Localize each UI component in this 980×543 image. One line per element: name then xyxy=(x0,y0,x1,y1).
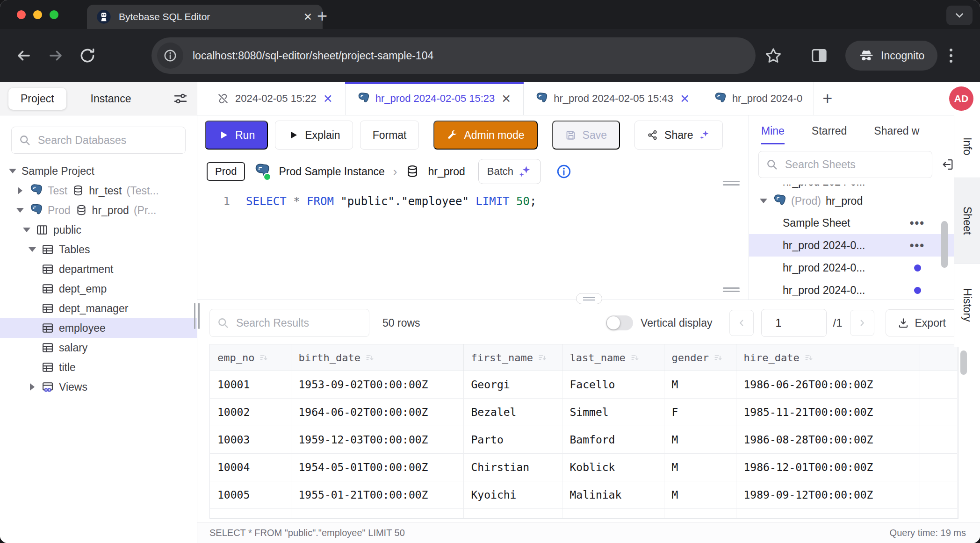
table-row[interactable]: 100051955-01-21T00:00:00ZKyoichiMaliniak… xyxy=(210,481,957,509)
tab-mine[interactable]: Mine xyxy=(761,125,785,144)
new-worksheet-button[interactable]: + xyxy=(814,82,841,115)
table-cell[interactable]: Koblick xyxy=(562,454,664,481)
next-page-button[interactable] xyxy=(850,310,874,336)
table-cell[interactable]: 10006 xyxy=(210,509,291,519)
table-cell[interactable]: 1955-01-21T00:00:00Z xyxy=(291,481,463,509)
tree-item-employee[interactable]: employee xyxy=(0,318,197,338)
sort-icon[interactable] xyxy=(713,353,723,363)
tree-item-tables[interactable]: Tables xyxy=(0,240,197,259)
chevron-down-icon[interactable] xyxy=(8,165,17,177)
editor-scrollbar-top[interactable] xyxy=(723,179,740,187)
batch-button[interactable]: Batch xyxy=(478,159,541,184)
results-search-box[interactable] xyxy=(209,309,369,337)
sort-icon[interactable] xyxy=(365,353,375,363)
worksheet-tab[interactable]: hr_prod 2024-02-05 15:43✕ xyxy=(524,82,702,115)
table-cell[interactable]: M xyxy=(664,371,736,399)
sheet-item[interactable]: Sample Sheet••• xyxy=(749,212,955,234)
avatar[interactable]: AD xyxy=(949,86,973,111)
table-row[interactable]: 100031959-12-03T00:00:00ZPartoBamfordM19… xyxy=(210,426,957,454)
table-cell[interactable]: 10003 xyxy=(210,426,291,454)
tab-search-button[interactable] xyxy=(946,6,973,25)
browser-tab[interactable]: Bytebase SQL Editor ✕ xyxy=(87,5,323,29)
tree-item-public[interactable]: public xyxy=(0,220,197,240)
table-cell[interactable]: 1959-12-03T00:00:00Z xyxy=(291,426,463,454)
table-cell[interactable]: 1953-04-20T00:00:00Z xyxy=(291,509,463,519)
instance-name[interactable]: Prod Sample Instance xyxy=(279,165,384,178)
table-cell[interactable]: 1989-09-12T00:00:00Z xyxy=(736,481,920,509)
tree-item-dept-emp[interactable]: dept_emp xyxy=(0,279,197,299)
sort-icon[interactable] xyxy=(259,353,268,363)
column-header-birth_date[interactable]: birth_date xyxy=(291,344,463,371)
page-number-box[interactable] xyxy=(761,309,827,337)
run-button[interactable]: Run xyxy=(205,121,268,150)
sheet-search-input[interactable] xyxy=(784,158,925,171)
table-cell[interactable]: 1964-06-02T00:00:00Z xyxy=(291,399,463,426)
chevron-right-icon[interactable] xyxy=(28,383,36,391)
tree-item-views[interactable]: Views xyxy=(0,377,197,397)
site-info-icon[interactable] xyxy=(157,43,183,69)
sheet-item-menu-icon[interactable]: ••• xyxy=(910,239,925,252)
save-button[interactable]: Save xyxy=(552,121,620,150)
url-bar[interactable]: localhost:8080/sql-editor/sheet/project-… xyxy=(151,37,756,74)
table-cell[interactable]: Parto xyxy=(463,426,562,454)
column-header-gender[interactable]: gender xyxy=(664,344,736,371)
new-tab-button[interactable]: + xyxy=(317,7,327,25)
tab-shared-with-me[interactable]: Shared w xyxy=(874,125,919,144)
sheet-item[interactable]: hr_prod 2024-0...••• xyxy=(749,234,955,257)
chevron-right-icon[interactable] xyxy=(16,187,24,194)
column-header-first_name[interactable]: first_name xyxy=(463,344,562,371)
filter-sliders-icon[interactable] xyxy=(173,91,188,107)
table-cell[interactable]: 1985-11-21T00:00:00Z xyxy=(736,399,920,426)
table-cell[interactable]: M xyxy=(664,426,736,454)
sheet-item[interactable]: hr_prod 2024-0... xyxy=(749,279,955,300)
editor-scrollbar-bottom[interactable] xyxy=(723,286,740,293)
database-search-box[interactable] xyxy=(11,127,186,154)
bookmark-star-icon[interactable] xyxy=(764,46,783,65)
chevron-down-icon[interactable] xyxy=(16,204,24,216)
table-cell[interactable]: Simmel xyxy=(562,399,664,426)
sidebar-resize-handle[interactable] xyxy=(194,303,200,329)
previous-page-button[interactable] xyxy=(729,310,754,336)
info-circle-icon[interactable] xyxy=(556,164,572,179)
column-header-hire_date[interactable]: hire_date xyxy=(736,344,920,371)
table-cell[interactable]: Preusig xyxy=(562,509,664,519)
table-cell[interactable]: M xyxy=(664,454,736,481)
sort-icon[interactable] xyxy=(804,353,814,363)
sheet-group[interactable]: (Prod)hr_prod xyxy=(749,190,955,212)
close-tab-icon[interactable]: ✕ xyxy=(500,92,512,106)
table-cell[interactable]: 10004 xyxy=(210,454,291,481)
tree-item-hr-test[interactable]: Testhr_test(Test... xyxy=(0,181,197,200)
table-cell[interactable]: Facello xyxy=(562,371,664,399)
table-cell[interactable]: 1953-09-02T00:00:00Z xyxy=(291,371,463,399)
tree-item-hr-prod[interactable]: Prodhr_prod(Pr... xyxy=(0,200,197,220)
admin-mode-button[interactable]: Admin mode xyxy=(433,121,537,150)
tree-item-department[interactable]: department xyxy=(0,259,197,279)
table-cell[interactable]: Kyoichi xyxy=(463,481,562,509)
table-cell[interactable]: Georgi xyxy=(463,371,562,399)
sheet-list-scrollbar[interactable] xyxy=(941,221,948,268)
table-row[interactable]: 100041954-05-01T00:00:00ZChirstianKoblic… xyxy=(210,454,957,481)
close-window-button[interactable] xyxy=(17,10,26,19)
rail-tab-info[interactable]: Info xyxy=(954,115,980,178)
vertical-display-toggle[interactable] xyxy=(606,315,633,330)
collapse-panel-icon[interactable] xyxy=(941,157,955,172)
table-cell[interactable]: 1989-06-02T00:00:00Z xyxy=(736,509,920,519)
table-cell[interactable]: Bamford xyxy=(562,426,664,454)
share-button[interactable]: Share xyxy=(634,121,723,150)
reload-button[interactable] xyxy=(79,47,96,64)
table-cell[interactable]: 1986-12-01T00:00:00Z xyxy=(736,454,920,481)
results-scrollbar[interactable] xyxy=(960,350,967,375)
table-cell[interactable]: 1986-08-28T00:00:00Z xyxy=(736,426,920,454)
back-button[interactable] xyxy=(15,47,33,64)
table-cell[interactable]: F xyxy=(664,509,736,519)
table-row[interactable]: 100021964-06-02T00:00:00ZBezalelSimmelF1… xyxy=(210,399,957,426)
minimize-window-button[interactable] xyxy=(33,10,42,19)
browser-tab-close-icon[interactable]: ✕ xyxy=(302,11,314,23)
tree-item-salary[interactable]: salary xyxy=(0,338,197,357)
table-cell[interactable]: 1986-06-26T00:00:00Z xyxy=(736,371,920,399)
tab-instance[interactable]: Instance xyxy=(79,88,144,110)
table-cell[interactable]: Anneke xyxy=(463,509,562,519)
close-tab-icon[interactable]: ✕ xyxy=(679,92,691,106)
table-cell[interactable]: Bezalel xyxy=(463,399,562,426)
chevron-down-icon[interactable] xyxy=(28,243,36,256)
